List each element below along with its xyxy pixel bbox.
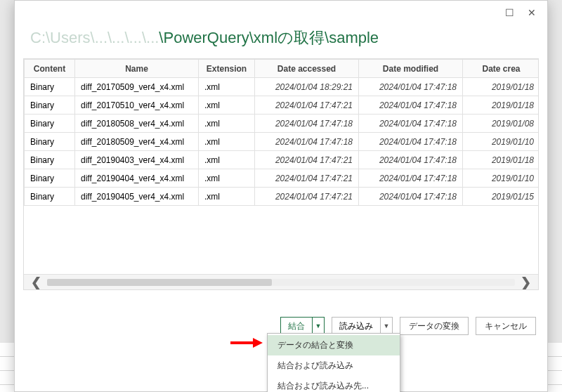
cell-name: diff_20180509_ver4_x4.xml	[75, 133, 199, 151]
preview-table: Content Name Extension Date accessed Dat…	[24, 59, 539, 206]
table-row[interactable]: Binarydiff_20170509_ver4_x4.xml.xml2024/…	[25, 78, 540, 96]
table-row[interactable]: Binarydiff_20180509_ver4_x4.xml.xml2024/…	[25, 133, 540, 151]
cell-accessed: 2024/01/04 17:47:18	[255, 115, 359, 133]
table-row[interactable]: Binarydiff_20170510_ver4_x4.xml.xml2024/…	[25, 96, 540, 115]
cell-created: 2019/01/18	[463, 78, 540, 96]
cell-accessed: 2024/01/04 17:47:21	[255, 96, 359, 115]
menu-combine-transform[interactable]: データの結合と変換	[268, 335, 400, 355]
cancel-button[interactable]: キャンセル	[476, 317, 536, 335]
table-header-row: Content Name Extension Date accessed Dat…	[25, 60, 540, 78]
menu-combine-load-to[interactable]: 結合および読み込み先...	[268, 376, 400, 392]
col-content[interactable]: Content	[25, 60, 75, 78]
scroll-left-icon[interactable]: ❮	[31, 275, 41, 290]
cell-created: 2019/01/08	[463, 115, 540, 133]
cell-ext: .xml	[199, 151, 255, 169]
maximize-icon[interactable]: ☐	[499, 5, 519, 20]
cell-created: 2019/01/15	[463, 188, 540, 206]
horizontal-scrollbar[interactable]: ❮ ❯	[24, 274, 538, 289]
table-row[interactable]: Binarydiff_20190405_ver4_x4.xml.xml2024/…	[25, 188, 540, 206]
cell-content: Binary	[25, 78, 75, 96]
cell-modified: 2024/01/04 17:47:18	[359, 78, 463, 96]
cell-accessed: 2024/01/04 17:47:21	[255, 169, 359, 188]
cell-content: Binary	[25, 115, 75, 133]
titlebar: ☐ ✕	[15, 1, 547, 25]
preview-table-container: Content Name Extension Date accessed Dat…	[23, 58, 539, 290]
cell-name: diff_20170509_ver4_x4.xml	[75, 78, 199, 96]
close-icon[interactable]: ✕	[522, 5, 542, 20]
cell-accessed: 2024/01/04 18:29:21	[255, 78, 359, 96]
col-extension[interactable]: Extension	[199, 60, 255, 78]
cell-ext: .xml	[199, 96, 255, 115]
cell-accessed: 2024/01/04 17:47:21	[255, 151, 359, 169]
cell-ext: .xml	[199, 115, 255, 133]
cell-accessed: 2024/01/04 17:47:18	[255, 133, 359, 151]
scroll-track[interactable]	[47, 279, 515, 286]
table-row[interactable]: Binarydiff_20190404_ver4_x4.xml.xml2024/…	[25, 169, 540, 188]
cell-name: diff_20190405_ver4_x4.xml	[75, 188, 199, 206]
cell-content: Binary	[25, 151, 75, 169]
cell-ext: .xml	[199, 133, 255, 151]
cell-content: Binary	[25, 133, 75, 151]
col-name[interactable]: Name	[75, 60, 199, 78]
cell-content: Binary	[25, 169, 75, 188]
scroll-thumb[interactable]	[47, 279, 272, 286]
cell-content: Binary	[25, 188, 75, 206]
cell-ext: .xml	[199, 169, 255, 188]
col-created[interactable]: Date crea	[463, 60, 540, 78]
cell-name: diff_20170510_ver4_x4.xml	[75, 96, 199, 115]
col-modified[interactable]: Date modified	[359, 60, 463, 78]
cell-name: diff_20190404_ver4_x4.xml	[75, 169, 199, 188]
cell-modified: 2024/01/04 17:47:18	[359, 188, 463, 206]
cell-modified: 2024/01/04 17:47:18	[359, 96, 463, 115]
path-prefix: C:\Users\...\...\...\...	[30, 29, 159, 46]
cell-ext: .xml	[199, 78, 255, 96]
folder-path: C:\Users\...\...\...\...\PowerQuery\xmlの…	[15, 25, 547, 58]
cell-name: diff_20190403_ver4_x4.xml	[75, 151, 199, 169]
annotation-arrow	[229, 337, 263, 349]
cell-modified: 2024/01/04 17:47:18	[359, 169, 463, 188]
scroll-right-icon[interactable]: ❯	[521, 275, 531, 290]
cell-accessed: 2024/01/04 17:47:21	[255, 188, 359, 206]
cell-content: Binary	[25, 96, 75, 115]
cell-modified: 2024/01/04 17:47:18	[359, 133, 463, 151]
cell-created: 2019/01/10	[463, 133, 540, 151]
cell-ext: .xml	[199, 188, 255, 206]
svg-marker-1	[253, 338, 263, 348]
transform-data-button[interactable]: データの変換	[400, 317, 469, 335]
table-row[interactable]: Binarydiff_20190403_ver4_x4.xml.xml2024/…	[25, 151, 540, 169]
col-accessed[interactable]: Date accessed	[255, 60, 359, 78]
cell-created: 2019/01/10	[463, 169, 540, 188]
cell-modified: 2024/01/04 17:47:18	[359, 115, 463, 133]
menu-combine-load[interactable]: 結合および読み込み	[268, 355, 400, 376]
cell-created: 2019/01/18	[463, 151, 540, 169]
table-row[interactable]: Binarydiff_20180508_ver4_x4.xml.xml2024/…	[25, 115, 540, 133]
cell-modified: 2024/01/04 17:47:18	[359, 151, 463, 169]
cell-created: 2019/01/18	[463, 96, 540, 115]
cell-name: diff_20180508_ver4_x4.xml	[75, 115, 199, 133]
path-visible: \PowerQuery\xmlの取得\sample	[159, 29, 379, 46]
combine-dropdown-menu: データの結合と変換 結合および読み込み 結合および読み込み先...	[267, 333, 400, 392]
